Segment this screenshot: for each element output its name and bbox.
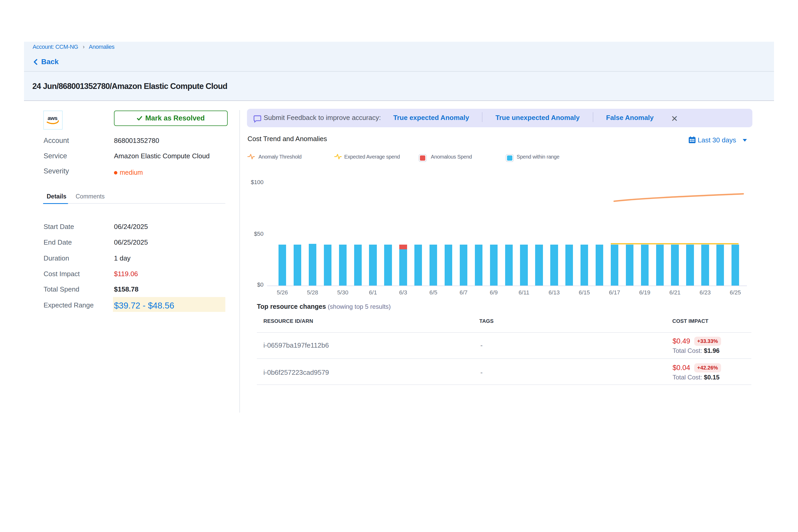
svg-text:aws: aws xyxy=(48,115,57,121)
